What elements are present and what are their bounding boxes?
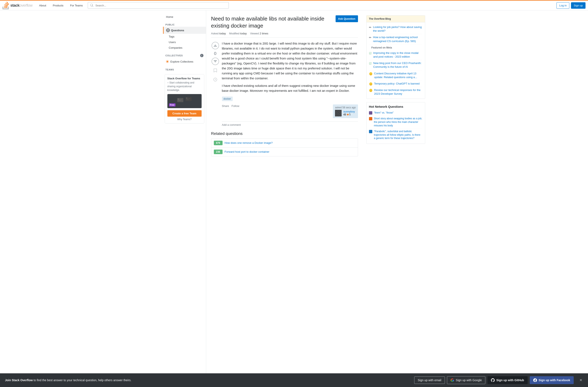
vote-count: 0 [214,51,216,56]
blog-link-1[interactable]: How a top-ranked engineering school reim… [373,36,422,43]
downvote-button[interactable] [211,58,219,65]
signup-email-button[interactable]: Sign up with email [414,376,445,384]
signup-google-button[interactable]: Sign up with Google [447,376,485,384]
sidebar-item-explore-collectives[interactable]: Explore Collectives [163,58,206,65]
pencil-icon-1 [369,36,372,39]
svg-rect-11 [186,99,189,100]
meta-link-2[interactable]: Content Discovery initiative April 13 up… [374,72,422,79]
blog-widget-header: The Overflow Blog [366,16,425,22]
sidebar-item-tags[interactable]: Tags [163,34,206,39]
facebook-icon [533,378,537,382]
teams-illus-svg [176,96,193,106]
why-teams-link[interactable]: Why Teams? [167,118,202,121]
question-title: Need to make available libs not availabl… [211,15,332,29]
sidebar-section-public: PUBLIC [163,20,206,27]
svg-rect-9 [186,98,187,98]
coin-icon-3 [369,82,373,86]
hnq-link-1[interactable]: Short story about swapping bodies as a j… [374,117,422,127]
sidebar: Home PUBLIC Questions Tags Users Compani… [163,10,206,387]
meta-item-3: Temporary policy: ChatGPT is banned [369,81,422,87]
bottom-bar: Join Stack Overflow to find the best ans… [0,373,588,387]
user-reputation-row: 43 5 [343,113,355,116]
follow-link[interactable]: Follow [231,104,239,108]
logo[interactable]: stackoverflow [2,2,33,9]
asked-meta: Asked today [211,32,226,35]
tags-row: docker [222,97,358,101]
info-icon[interactable]: i [200,54,204,57]
hnq-link-2[interactable]: "Parabolic", suborbital and ballistic tr… [374,130,422,140]
sidebar-item-users[interactable]: Users [163,39,206,45]
check-icon-0 [369,52,372,55]
search-input[interactable] [95,4,227,7]
signup-button[interactable]: Sign up [571,2,586,9]
bronze-badge-dot [347,114,349,116]
join-so-text: Join Stack Overflow [5,379,33,382]
post-body: I have a docker image that is 20G large.… [222,41,358,93]
blog-widget-body: Looking for job perks? How about saving … [366,22,425,99]
ask-question-button[interactable]: Ask Question [336,15,358,22]
meta-link-1[interactable]: New blog post from our CEO Prashanth: Co… [373,61,422,69]
nav-for-teams[interactable]: For Teams [68,3,84,8]
meta-item-4: Review our technical responses for the 2… [369,87,422,97]
post-actions: Share Follow [222,104,239,108]
related-item-0: 879 How does one remove a Docker image? [211,139,358,148]
login-button[interactable]: Log in [556,2,569,9]
asked-label: asked 58 secs ago [335,106,356,109]
blog-item-1: How a top-ranked engineering school reim… [369,34,422,44]
meta-item-1: New blog post from our CEO Prashanth: Co… [369,60,422,70]
logo-text: stackoverflow [10,3,33,8]
hnq-site-icon-0 [369,111,372,115]
blog-link-0[interactable]: Looking for job perks? How about saving … [373,25,422,33]
add-comment-link[interactable]: Add a comment [222,121,358,126]
hnq-link-0[interactable]: "them" vs. "those" [374,111,394,115]
bookmark-button[interactable] [211,67,219,74]
sidebar-item-questions[interactable]: Questions [163,27,206,34]
nav-products[interactable]: Products [51,3,65,8]
globe-icon [166,28,170,32]
create-team-button[interactable]: Create a free Team [167,110,202,117]
post-content: I have a docker image that is 20G large.… [222,41,358,126]
teams-title: Stack Overflow for Teams [167,77,202,80]
collectives-icon [166,60,169,63]
meta-link-4[interactable]: Review our technical responses for the 2… [374,88,422,96]
hnq-site-icon-2 [369,130,372,133]
hnq-site-icon-1 [369,117,372,120]
post-footer: Share Follow asked 58 secs ago sunnyboy [222,104,358,118]
meta-link-0[interactable]: Improving the copy in the close modal an… [373,51,422,59]
nav-about[interactable]: About [38,3,48,8]
tag-docker[interactable]: docker [222,97,233,101]
related-link-0[interactable]: How does one remove a Docker image? [225,141,273,144]
sidebar-item-home[interactable]: Home [163,14,206,20]
user-info: sunnyboy 43 5 [335,110,356,116]
svg-rect-10 [186,99,190,99]
related-item-1: 236 Forward host port to docker containe… [211,148,358,156]
coin-icon-2 [369,72,373,76]
question-meta: Asked today Modified today Viewed 2 time… [211,32,358,38]
svg-rect-6 [178,100,182,100]
search-icon [90,3,94,7]
check-icon-1 [369,62,372,65]
signup-buttons: Sign up with email Sign up with Google S… [414,376,574,384]
meta-link-3[interactable]: Temporary policy: ChatGPT is banned [374,82,420,86]
signup-github-button[interactable]: Sign up with GitHub [487,376,528,384]
blog-item-0: Looking for job perks? How about saving … [369,24,422,34]
signup-facebook-button[interactable]: Sign up with Facebook [530,376,574,384]
viewed-meta: Viewed 2 times [250,32,268,35]
teams-illustration: Free [167,94,202,108]
sidebar-item-companies[interactable]: Companies [163,45,206,51]
upvote-button[interactable] [211,42,219,49]
meta-item-2: Content Discovery initiative April 13 up… [369,70,422,81]
history-button[interactable] [211,76,219,83]
teams-desc: – Start collaborating and sharing organi… [167,81,202,92]
close-bottom-bar-button[interactable]: × [579,377,583,383]
downvote-icon [213,60,217,62]
share-link[interactable]: Share [222,104,229,108]
user-badge: 5 [347,113,351,116]
related-link-1[interactable]: Forward host port to docker container [225,150,270,153]
main-layout: Home PUBLIC Questions Tags Users Compani… [163,10,425,387]
hnq-item-0: "them" vs. "those" [369,110,422,116]
sidebar-section-teams: TEAMS [163,65,206,72]
overflow-blog-widget: The Overflow Blog Looking for job perks?… [366,15,425,99]
user-name[interactable]: sunnyboy [343,110,355,113]
upvote-icon [213,44,217,47]
